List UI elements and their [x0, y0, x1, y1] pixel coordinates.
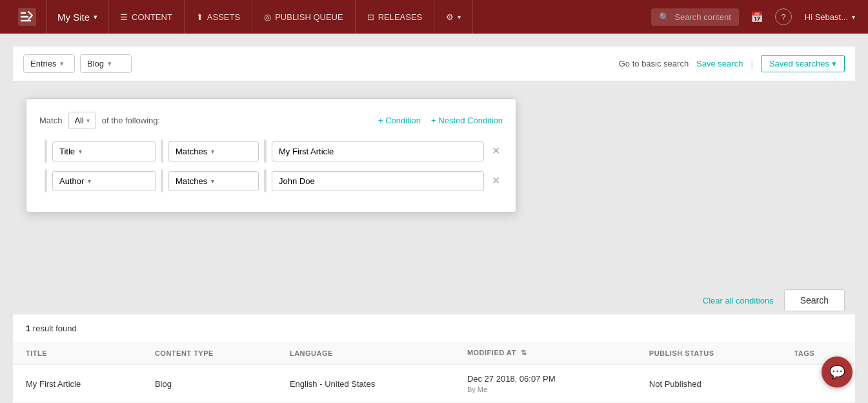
- col-publish-status: PUBLISH STATUS: [636, 342, 782, 364]
- cond1-operator-chevron-icon: ▾: [211, 148, 214, 155]
- saved-searches-button[interactable]: Saved searches ▾: [761, 55, 845, 72]
- help-button[interactable]: ?: [775, 8, 792, 25]
- results-table-body: My First Article Blog English - United S…: [13, 364, 855, 403]
- match-actions: + Condition + Nested Condition: [378, 116, 503, 125]
- add-nested-condition-button[interactable]: + Nested Condition: [431, 116, 503, 125]
- col-modified-at[interactable]: MODIFIED AT ⇅: [454, 342, 636, 364]
- cond-separator-2b: [161, 169, 163, 192]
- nav-item-settings[interactable]: ⚙ ▾: [434, 0, 473, 34]
- cond2-field-label: Author: [59, 176, 84, 186]
- logo[interactable]: [8, 0, 47, 34]
- cond-separator-2: [45, 169, 47, 192]
- cond2-field-chevron-icon: ▾: [88, 178, 91, 185]
- condition-row-2: Author ▾ Matches ▾ ✕: [39, 169, 503, 192]
- cond1-remove-button[interactable]: ✕: [489, 143, 503, 159]
- saved-searches-chevron-icon: ▾: [832, 59, 836, 68]
- nav-menu: ☰ CONTENT ⬆ ASSETS ◎ PUBLISH QUEUE ⊡ REL…: [108, 0, 643, 34]
- cond-separator-1b: [161, 140, 163, 163]
- topnav-right: 🔍 Search content 📅 ? Hi Sebast... ▾: [643, 7, 860, 27]
- col-content-type: CONTENT TYPE: [142, 342, 277, 364]
- cond1-value-input[interactable]: [272, 141, 484, 161]
- calendar-button[interactable]: 📅: [747, 7, 767, 27]
- cond-separator-2c: [264, 169, 267, 192]
- cond2-operator-chevron-icon: ▾: [211, 178, 214, 185]
- nav-label-releases: RELEASES: [378, 12, 423, 22]
- modified-by-label: By Me: [467, 386, 623, 393]
- results-table-header: TITLE CONTENT TYPE LANGUAGE MODIFIED AT …: [13, 342, 855, 364]
- content-icon: ☰: [120, 12, 128, 22]
- site-selector[interactable]: My Site ▾: [47, 0, 108, 34]
- top-navigation: My Site ▾ ☰ CONTENT ⬆ ASSETS ◎ PUBLISH Q…: [0, 0, 868, 34]
- user-menu[interactable]: Hi Sebast... ▾: [800, 12, 860, 22]
- blog-dropdown[interactable]: Blog ▾: [80, 54, 132, 73]
- cond1-operator-label: Matches: [176, 147, 207, 156]
- chat-icon: 💬: [829, 364, 845, 380]
- cond2-operator-label: Matches: [176, 176, 207, 186]
- nav-item-publish-queue[interactable]: ◎ PUBLISH QUEUE: [252, 0, 355, 34]
- settings-chevron-icon: ▾: [458, 14, 461, 21]
- cond1-field-label: Title: [59, 147, 75, 156]
- search-placeholder: Search content: [674, 12, 731, 22]
- saved-searches-label: Saved searches: [769, 59, 829, 68]
- releases-icon: ⊡: [367, 12, 374, 22]
- advanced-search-panel: Match All ▾ of the following: + Conditio…: [26, 98, 516, 212]
- col-title: TITLE: [13, 342, 142, 364]
- cond2-operator-dropdown[interactable]: Matches ▾: [168, 171, 259, 191]
- go-basic-search-link[interactable]: Go to basic search: [619, 59, 689, 68]
- cell-language: English - United States: [277, 364, 454, 403]
- main-content: Entries ▾ Blog ▾ Go to basic search Save…: [0, 34, 868, 403]
- col-language: LANGUAGE: [277, 342, 454, 364]
- search-actions: Clear all conditions Search: [13, 279, 855, 322]
- user-chevron-icon: ▾: [852, 14, 855, 21]
- cond2-remove-button[interactable]: ✕: [489, 173, 503, 189]
- site-chevron-icon: ▾: [94, 13, 97, 21]
- global-search[interactable]: 🔍 Search content: [651, 8, 738, 26]
- match-chevron-icon: ▾: [86, 117, 90, 124]
- entries-dropdown[interactable]: Entries ▾: [23, 54, 75, 73]
- results-area: 1 result found TITLE CONTENT TYPE LANGUA…: [13, 314, 855, 403]
- chat-bubble-button[interactable]: 💬: [822, 356, 853, 388]
- cell-publish-status: Not Published: [636, 364, 782, 403]
- match-select[interactable]: All ▾: [68, 112, 95, 129]
- settings-icon: ⚙: [446, 12, 454, 22]
- nav-label-publish-queue: PUBLISH QUEUE: [275, 12, 343, 22]
- clear-all-conditions-button[interactable]: Clear all conditions: [703, 296, 774, 305]
- nav-item-assets[interactable]: ⬆ ASSETS: [185, 0, 252, 34]
- match-following-text: of the following:: [102, 116, 160, 125]
- condition-row-1: Title ▾ Matches ▾ ✕: [39, 140, 503, 163]
- assets-icon: ⬆: [196, 12, 203, 22]
- cond-separator-1c: [264, 140, 267, 163]
- cond-separator-1: [45, 140, 47, 163]
- filter-bar: Entries ▾ Blog ▾ Go to basic search Save…: [13, 46, 855, 81]
- results-count-text: result found: [30, 324, 77, 333]
- cell-modified-at: Dec 27 2018, 06:07 PM By Me: [454, 364, 636, 403]
- table-row[interactable]: My First Article Blog English - United S…: [13, 364, 855, 403]
- entries-label: Entries: [30, 59, 56, 68]
- site-name: My Site: [57, 12, 90, 23]
- publish-queue-icon: ◎: [264, 12, 271, 22]
- cond2-value-input[interactable]: [272, 171, 484, 191]
- nav-item-releases[interactable]: ⊡ RELEASES: [356, 0, 435, 34]
- cond1-operator-dropdown[interactable]: Matches ▾: [168, 141, 259, 161]
- blog-label: Blog: [87, 59, 104, 68]
- cell-content-type: Blog: [142, 364, 277, 403]
- cond2-field-dropdown[interactable]: Author ▾: [52, 171, 156, 191]
- nav-item-content[interactable]: ☰ CONTENT: [108, 0, 185, 34]
- cell-title: My First Article: [13, 364, 142, 403]
- match-value: All: [74, 116, 83, 125]
- add-condition-button[interactable]: + Condition: [378, 116, 421, 125]
- filter-bar-right: Go to basic search Save search | Saved s…: [619, 55, 845, 72]
- results-table: TITLE CONTENT TYPE LANGUAGE MODIFIED AT …: [13, 342, 855, 403]
- cond1-field-dropdown[interactable]: Title ▾: [52, 141, 156, 161]
- blog-chevron-icon: ▾: [108, 59, 112, 68]
- search-icon: 🔍: [659, 12, 669, 22]
- user-label: Hi Sebast...: [805, 12, 848, 22]
- cond1-field-chevron-icon: ▾: [79, 148, 82, 155]
- nav-label-content: CONTENT: [132, 12, 172, 22]
- save-search-button[interactable]: Save search: [696, 59, 743, 68]
- match-label: Match: [39, 116, 62, 125]
- modified-at-date: Dec 27 2018, 06:07 PM: [467, 374, 623, 384]
- nav-label-assets: ASSETS: [207, 12, 240, 22]
- entries-chevron-icon: ▾: [60, 59, 64, 68]
- search-button[interactable]: Search: [784, 289, 845, 311]
